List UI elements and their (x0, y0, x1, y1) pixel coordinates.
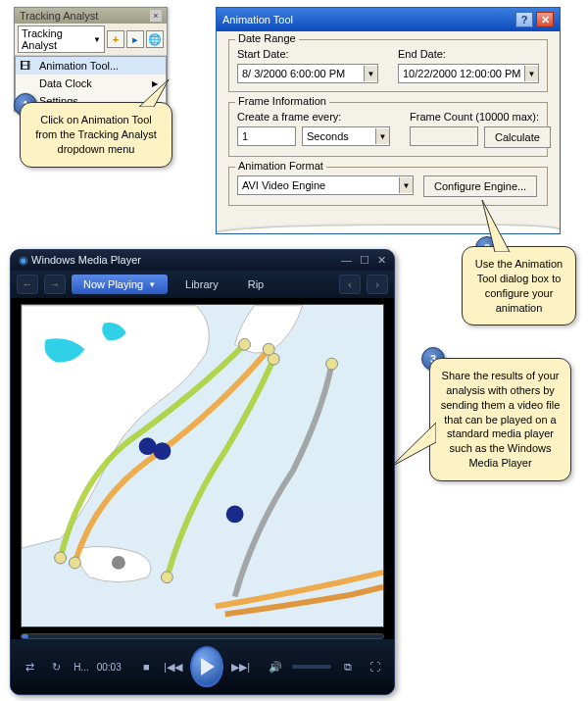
shuffle-icon: ⇄ (25, 661, 34, 674)
compact-icon: ⧉ (344, 661, 352, 674)
callout-tail-icon (389, 413, 436, 472)
fullscreen-icon: ⛶ (369, 661, 380, 673)
svg-point-10 (226, 506, 244, 524)
chevron-down-icon[interactable]: ▼ (399, 177, 413, 193)
svg-point-4 (326, 358, 338, 370)
globe-icon: 🌐 (148, 33, 162, 46)
create-frame-label: Create a frame every: (237, 111, 390, 123)
help-icon: ? (521, 14, 528, 25)
play-button[interactable]: ▸ (126, 30, 144, 48)
end-date-input[interactable]: 10/22/2000 12:00:00 PM ▼ (398, 64, 539, 83)
callout-tail-icon (480, 198, 519, 252)
menu-item-animation-tool[interactable]: 🎞 Animation Tool... (16, 57, 166, 75)
help-button[interactable]: ? (515, 12, 533, 27)
engine-dropdown[interactable]: AVI Video Engine ▼ (237, 175, 414, 195)
chevron-left-icon: ‹ (348, 278, 352, 290)
svg-point-1 (239, 338, 251, 350)
end-date-label: End Date: (398, 48, 539, 60)
tab-library[interactable]: Library (173, 275, 230, 294)
wmp-time-display: 00:03 (97, 662, 122, 673)
film-icon: 🎞 (20, 60, 33, 74)
stop-icon: ■ (143, 661, 150, 673)
back-button[interactable]: ← (17, 275, 38, 294)
chevron-right-icon: › (375, 278, 379, 290)
animation-tool-titlebar[interactable]: Animation Tool ? ✕ (217, 8, 560, 31)
close-button[interactable]: ✕ (536, 12, 554, 27)
add-button[interactable]: + (107, 30, 124, 48)
previous-icon: |◀◀ (164, 661, 182, 674)
tab-now-playing[interactable]: Now Playing▼ (72, 275, 168, 294)
close-button[interactable]: ✕ (377, 254, 386, 267)
arrow-right-icon: → (50, 278, 61, 290)
mute-button[interactable]: 🔊 (266, 655, 284, 678)
wmp-tabs: ← → Now Playing▼ Library Rip ‹ › (11, 271, 394, 298)
play-icon: ▸ (132, 33, 138, 46)
frame-unit-dropdown[interactable]: Seconds ▼ (302, 126, 390, 146)
previous-button[interactable]: |◀◀ (164, 655, 182, 678)
next-button[interactable]: ▶▶| (231, 655, 250, 678)
date-range-group: Date Range Start Date: 8/ 3/2000 6:00:00… (228, 39, 548, 92)
wmp-track-label: H... (74, 662, 89, 673)
tracking-analyst-dropdown[interactable]: Tracking Analyst ▼ (18, 25, 105, 53)
arrow-left-icon: ← (23, 278, 33, 290)
repeat-button[interactable]: ↻ (47, 655, 66, 678)
globe-button[interactable]: 🌐 (146, 30, 164, 48)
svg-point-3 (263, 343, 274, 355)
play-icon (201, 658, 215, 676)
repeat-icon: ↻ (52, 661, 61, 674)
frame-count-output (410, 126, 478, 146)
compact-mode-button[interactable]: ⧉ (339, 655, 358, 678)
hurricane-tracks-map (22, 305, 383, 626)
start-date-input[interactable]: 8/ 3/2000 6:00:00 PM ▼ (237, 64, 378, 83)
chevron-down-icon[interactable]: ▼ (375, 128, 389, 144)
close-icon[interactable]: × (150, 10, 162, 22)
wmp-seek-bar[interactable] (21, 633, 384, 639)
wmp-titlebar[interactable]: ◉ Windows Media Player — ☐ ✕ (11, 250, 394, 271)
frame-interval-input[interactable]: 1 (237, 126, 296, 146)
start-date-label: Start Date: (237, 48, 378, 60)
wmp-seek-progress (22, 634, 28, 638)
chevron-down-icon: ▼ (93, 35, 101, 44)
frame-count-label: Frame Count (10000 max): (410, 111, 551, 123)
wmp-controls: ⇄ ↻ H... 00:03 ■ |◀◀ ▶▶| 🔊 ⧉ ⛶ (11, 639, 394, 694)
svg-point-9 (154, 442, 172, 460)
svg-point-7 (161, 572, 172, 583)
shuffle-button[interactable]: ⇄ (21, 655, 39, 678)
forward-button[interactable]: → (44, 275, 66, 294)
frame-information-group: Frame Information Create a frame every: … (228, 102, 548, 157)
svg-point-11 (112, 556, 125, 570)
windows-media-player: ◉ Windows Media Player — ☐ ✕ ← → Now Pla… (10, 249, 395, 695)
callout-tail-icon (134, 77, 173, 107)
callout-2: Use the Animation Tool dialog box to con… (462, 246, 576, 325)
configure-engine-button[interactable]: Configure Engine... (423, 175, 537, 197)
close-icon: ✕ (541, 14, 550, 26)
chevron-down-icon: ▼ (148, 280, 156, 289)
svg-point-5 (55, 552, 67, 564)
chevron-down-icon[interactable]: ▼ (364, 66, 377, 81)
svg-point-6 (69, 557, 80, 569)
callout-3: Share the results of your analysis with … (429, 358, 571, 481)
maximize-button[interactable]: ☐ (360, 254, 369, 267)
tab-rip[interactable]: Rip (236, 275, 276, 294)
speaker-icon: 🔊 (269, 661, 282, 674)
chevron-down-icon[interactable]: ▼ (524, 66, 538, 81)
wmp-video-area (21, 304, 384, 627)
volume-slider[interactable] (292, 665, 331, 669)
stop-button[interactable]: ■ (137, 655, 156, 678)
plus-icon: + (113, 33, 119, 45)
tabs-right-button[interactable]: › (367, 275, 388, 294)
tabs-left-button[interactable]: ‹ (339, 275, 361, 294)
calculate-button[interactable]: Calculate (484, 126, 551, 148)
wmp-logo-icon: ◉ (19, 254, 28, 266)
callout-1: Click on Animation Tool from the Trackin… (20, 102, 172, 168)
next-icon: ▶▶| (231, 661, 250, 674)
tracking-analyst-title: Tracking Analyst (20, 10, 98, 22)
fullscreen-button[interactable]: ⛶ (366, 655, 384, 678)
tracking-analyst-toolbar-row: Tracking Analyst ▼ + ▸ 🌐 (15, 24, 167, 56)
play-button[interactable] (190, 646, 223, 687)
tracking-analyst-titlebar: Tracking Analyst × (15, 8, 167, 24)
minimize-button[interactable]: — (341, 254, 352, 267)
